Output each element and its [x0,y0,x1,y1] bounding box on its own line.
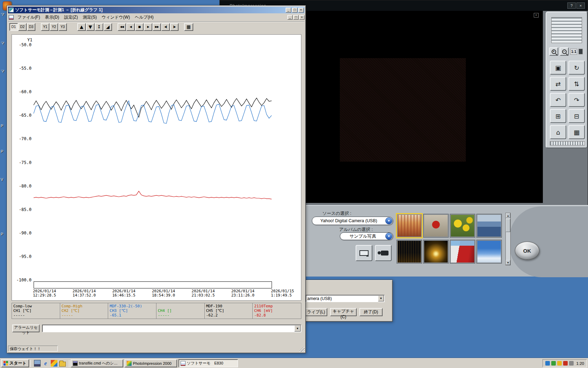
legend-line: -65.1 [110,313,155,318]
thumbnail-ship-lighthouse[interactable] [450,240,475,263]
toolbar-button-y3[interactable]: Y3 [58,23,67,31]
child-close-button[interactable]: × [299,15,304,20]
toolbar-button-d2[interactable]: D2 [18,23,27,31]
legend-line: -82.8 [254,313,300,318]
redo-button[interactable]: ↷ [568,93,585,107]
show-desktop-icon[interactable] [34,360,41,367]
copy-button[interactable]: ⊞ [550,109,566,123]
menu-item[interactable]: 表示(D) [42,14,62,20]
live-button[interactable]: ライブ(L) [305,308,327,316]
skip-start-button[interactable]: ◀| [161,23,170,31]
frame-button[interactable]: ⌂ [550,125,566,139]
thumbnail-fiber-optic-lights[interactable] [424,240,448,263]
dropdown-arrow-icon[interactable]: ▼ [378,295,384,301]
menu-item[interactable]: ウィンドウ(W) [99,14,132,20]
alarm-combobox[interactable]: ▼ [42,325,301,332]
scroll-down-icon[interactable]: ▼ [506,260,510,265]
desktop-icon-label-fragment: P [1,232,3,236]
thumbnail-harbor-boats[interactable] [477,214,502,237]
x-axis-tick-label: 2026/01/14 16:46:15.5 [112,289,147,298]
thumbnail-cardinal-bird[interactable] [424,214,448,237]
minimize-button[interactable]: _ [286,8,291,13]
dropdown-arrow-icon[interactable]: ▼ [385,217,392,224]
grid-button[interactable]: ▦ [568,125,585,139]
taskbar-task-2[interactable]: PhotoImpression 2000 [125,359,177,367]
scrollbar-thumb[interactable] [506,219,510,232]
toolbar-button-y2[interactable]: Y2 [50,23,58,31]
undo-button[interactable]: ↶ [550,93,566,107]
device-dropdown[interactable]: amera (USB) ▼ [306,295,385,302]
taskbar-task-1[interactable]: transfile.cmd へのショート... [71,359,123,367]
capture-button[interactable]: キャプチャ(C) [330,308,357,316]
toolbar-button-d3[interactable]: D3 [27,23,35,31]
toolbar: D1D2D3 Y1Y2Y3 ▲▼↕◢ ◀◀◀■▶▶▶◀||▶ ▦ [8,21,304,32]
tray-icon[interactable] [563,361,568,366]
dropdown-arrow-icon[interactable]: ▼ [294,325,301,332]
child-minimize-button[interactable]: _ [287,15,293,20]
camera-button[interactable] [375,245,392,261]
channel-legend: Comp-lowCH1 [℃]-----Comp-HighCH2 [℃]----… [12,303,301,319]
thumbnail-yellow-flowers[interactable] [450,214,475,237]
thumbnail-red-rock-spires[interactable] [397,214,422,237]
flip-horizontal-button[interactable]: ⇄ [550,77,566,91]
alarm-reset-button[interactable]: アラームリセット [12,325,40,332]
close-button[interactable]: × [576,2,585,9]
menu-item[interactable]: ファイル(F) [15,14,42,20]
tray-icon[interactable] [551,361,556,366]
scanner-button[interactable] [356,245,372,261]
folder-icon[interactable] [59,362,66,367]
close-button[interactable]: × [298,8,304,13]
tray-icon[interactable] [545,361,550,366]
fit-window-button[interactable]: ▣ [550,61,566,75]
title-bar[interactable]: ソフトサーモ計測－計測1 － [折れ線グラフ 1] _ □ × [8,7,304,13]
child-restore-button[interactable]: □ [293,15,299,20]
grid-display-button[interactable]: ▦ [184,23,193,31]
desktop-icon-label-fragment: P [1,149,3,154]
menu-item[interactable]: 測定(S) [80,14,99,20]
paste-button[interactable]: ⊟ [568,109,585,123]
tray-icon[interactable] [557,361,562,366]
zoom-out-button[interactable]: − [560,47,569,56]
menu-item[interactable]: ヘルプ(H) [132,14,156,20]
system-tray: 1:20 [542,359,587,367]
zoom-in-button[interactable]: + [549,47,558,56]
tray-icon[interactable] [569,361,574,366]
flip-vertical-button[interactable]: ⇅ [568,77,585,91]
zoom-option-icon[interactable] [579,49,583,54]
skip-end-button[interactable]: |▶ [170,23,178,31]
toolbar-button-y1[interactable]: Y1 [41,23,49,31]
thumbnail-sky-clouds[interactable] [477,240,502,263]
toolbar-button-d1[interactable]: D1 [9,23,18,31]
rewind-button[interactable]: ◀◀ [118,23,126,31]
channels-icon[interactable] [51,360,57,367]
scroll-up-button[interactable]: ▲ [77,23,86,31]
exit-button[interactable]: 終了(D) [359,308,383,316]
stop-button[interactable]: ■ [135,23,144,31]
canvas-close-icon[interactable]: × [534,13,539,18]
internet-explorer-icon[interactable]: e [42,360,49,367]
legend-line: 2110Temp [254,304,300,308]
source-dropdown[interactable]: Yahoo! Digital Camera (USB) ▼ [312,217,393,225]
scroll-up-icon[interactable]: ▲ [506,213,510,218]
step-back-button[interactable]: ◀ [126,23,135,31]
maximize-button[interactable]: □ [292,8,298,13]
thumbnail-city-night[interactable] [397,240,422,263]
combobox-value[interactable] [42,325,294,332]
fast-forward-button[interactable]: ▶▶ [153,23,161,31]
start-button[interactable]: スタート [1,359,29,367]
scroll-vertical-button[interactable]: ↕ [95,23,103,31]
taskbar-task-3[interactable]: ソフトサーモ E830 [178,359,238,367]
dropdown-arrow-icon[interactable]: ▼ [385,233,392,240]
menu-item[interactable]: 設定(Z) [62,14,80,20]
range-box[interactable] [34,281,272,288]
help-button[interactable]: ? [567,2,576,9]
scale-corner-button[interactable]: ◢ [104,23,112,31]
rotate-button[interactable]: ↻ [568,61,585,75]
ok-button[interactable]: OK [515,241,539,260]
actual-size-label[interactable]: 1:1 [570,49,577,55]
scroll-down-button[interactable]: ▼ [86,23,94,31]
thumbnail-scrollbar[interactable]: ▲ ▼ [505,213,511,265]
album-dropdown[interactable]: サンプル写真 ▼ [340,232,393,240]
resize-grip[interactable] [300,347,304,352]
play-button[interactable]: ▶ [144,23,152,31]
